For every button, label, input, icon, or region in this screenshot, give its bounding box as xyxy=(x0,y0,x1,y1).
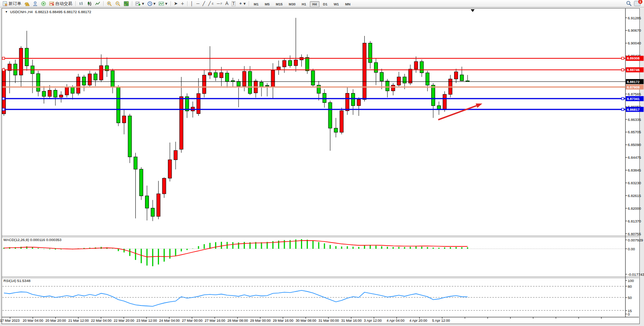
svg-text:6.90670: 6.90670 xyxy=(628,28,641,32)
svg-text:6.83845: 6.83845 xyxy=(628,168,641,172)
hline-handle[interactable] xyxy=(622,108,624,110)
svg-text:29 Mar 00:00: 29 Mar 00:00 xyxy=(250,319,271,323)
macd-panel: 0.0079290.00-0.017743 xyxy=(2,238,644,277)
svg-text:3 Apr 12:00: 3 Apr 12:00 xyxy=(364,319,382,323)
svg-text:23 Mar 12:00: 23 Mar 12:00 xyxy=(137,319,157,323)
macd-indicator-label: MACD(12,26,9) 0.000116 0.000353 xyxy=(3,238,61,242)
svg-text:22 Mar 20:00: 22 Mar 20:00 xyxy=(114,319,134,323)
hline-handle[interactable] xyxy=(2,69,5,71)
time-axis[interactable]: 17 Mar 202320 Mar 04:0020 Mar 20:0021 Ma… xyxy=(0,317,601,323)
svg-text:6.84475: 6.84475 xyxy=(628,155,641,160)
chart-symbol-title: USDCNH-,H4 xyxy=(10,10,33,14)
svg-text:6.82000: 6.82000 xyxy=(628,206,641,211)
svg-text:30 Mar 08:00: 30 Mar 08:00 xyxy=(296,319,316,323)
svg-text:6.81370: 6.81370 xyxy=(628,219,641,223)
svg-text:50: 50 xyxy=(628,295,632,300)
svg-text:17 Mar 2023: 17 Mar 2023 xyxy=(0,319,20,323)
svg-text:29 Mar 16:00: 29 Mar 16:00 xyxy=(273,319,294,323)
svg-text:20 Mar 04:00: 20 Mar 04:00 xyxy=(23,319,43,323)
hline-handle[interactable] xyxy=(622,97,624,100)
svg-text:0.00: 0.00 xyxy=(628,247,635,251)
svg-text:6.82615: 6.82615 xyxy=(628,194,641,198)
svg-text:6.86817: 6.86817 xyxy=(627,108,640,112)
svg-text:6.83230: 6.83230 xyxy=(628,181,641,185)
svg-text:27 Mar 00:00: 27 Mar 00:00 xyxy=(182,319,202,323)
svg-text:0: 0 xyxy=(628,312,630,316)
svg-text:20 Mar 20:00: 20 Mar 20:00 xyxy=(46,319,66,323)
chart-shift-marker-icon[interactable] xyxy=(471,9,475,12)
svg-text:4 Apr 20:00: 4 Apr 20:00 xyxy=(409,319,427,323)
svg-text:28 Mar 08:00: 28 Mar 08:00 xyxy=(227,319,248,323)
chart-canvas[interactable]: 6.912856.906706.900406.894256.888106.881… xyxy=(0,0,644,326)
svg-text:6.91285: 6.91285 xyxy=(628,16,641,20)
macd-signal-line xyxy=(4,241,468,257)
hline-handle[interactable] xyxy=(2,97,5,100)
svg-text:6.87909: 6.87909 xyxy=(627,85,640,89)
hline-handle[interactable] xyxy=(2,108,5,110)
mt4-trading-platform: { "toolbar": { "new_order_label": "新订单",… xyxy=(0,0,644,326)
svg-text:6.90040: 6.90040 xyxy=(628,41,641,45)
rsi-panel: 1008050150 xyxy=(2,278,634,316)
svg-text:80: 80 xyxy=(628,284,632,289)
svg-text:31 Mar 16:00: 31 Mar 16:00 xyxy=(341,319,362,323)
svg-text:27 Mar 16:00: 27 Mar 16:00 xyxy=(205,319,225,323)
svg-text:6.87565: 6.87565 xyxy=(628,92,641,96)
svg-text:6.88746: 6.88746 xyxy=(627,68,640,72)
price-tags: 6.893086.887466.881726.879096.873416.868… xyxy=(626,56,644,112)
rsi-indicator-label: RSI(14) 51.5348 xyxy=(3,278,31,283)
svg-text:6.80755: 6.80755 xyxy=(628,232,641,236)
svg-text:5 Apr 12:00: 5 Apr 12:00 xyxy=(432,319,450,323)
chart-title-bar: ▼ USDCNH-,H4 6.88213 6.88495 6.88172 6.8… xyxy=(5,10,91,14)
hline-handle[interactable] xyxy=(622,69,624,71)
price-axis[interactable]: 6.912856.906706.900406.894256.888106.881… xyxy=(625,16,641,236)
chart-ohlc-values: 6.88213 6.88495 6.88172 6.88172 xyxy=(35,10,91,14)
candles-layer xyxy=(2,18,470,221)
svg-text:6.88172: 6.88172 xyxy=(627,80,640,84)
svg-text:6.85705: 6.85705 xyxy=(628,130,641,134)
svg-text:6.86335: 6.86335 xyxy=(628,117,641,122)
rsi-line xyxy=(4,290,468,306)
svg-text:4 Apr 04:00: 4 Apr 04:00 xyxy=(387,319,405,323)
chart-menu-caret-icon[interactable]: ▼ xyxy=(5,10,8,13)
svg-text:0.007929: 0.007929 xyxy=(628,238,643,242)
svg-text:6.85090: 6.85090 xyxy=(628,143,641,147)
hline-handle[interactable] xyxy=(622,57,624,59)
svg-text:6.87341: 6.87341 xyxy=(627,97,640,101)
svg-text:100: 100 xyxy=(628,278,634,283)
hline-handle[interactable] xyxy=(2,57,5,59)
svg-text:6.89308: 6.89308 xyxy=(627,56,640,60)
svg-text:-0.017743: -0.017743 xyxy=(628,272,644,277)
svg-text:22 Mar 04:00: 22 Mar 04:00 xyxy=(91,319,111,323)
svg-text:31 Mar 00:00: 31 Mar 00:00 xyxy=(318,319,339,323)
svg-text:21 Mar 12:00: 21 Mar 12:00 xyxy=(68,319,89,323)
svg-text:24 Mar 04:00: 24 Mar 04:00 xyxy=(159,319,180,323)
